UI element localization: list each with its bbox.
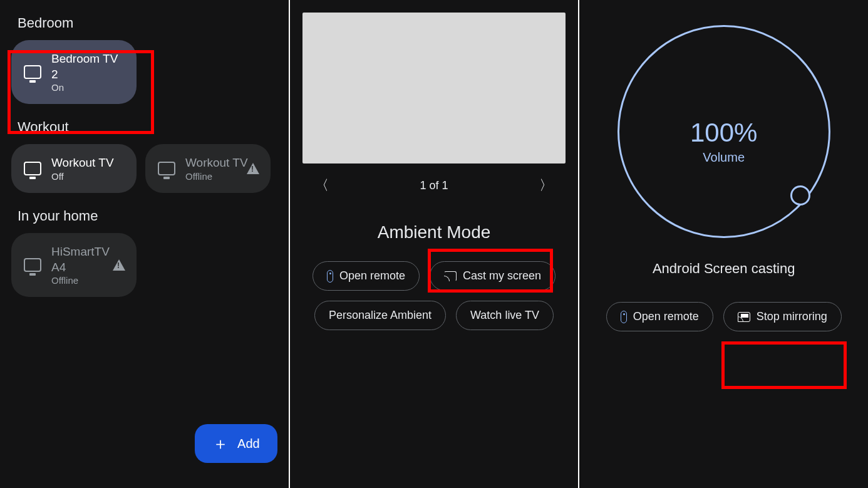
cast-active-icon xyxy=(738,312,750,322)
tv-icon xyxy=(158,162,175,175)
warning-icon xyxy=(113,259,125,271)
device-bedroom-tv-2[interactable]: Bedroom TV 2 On xyxy=(11,40,137,104)
device-workout-tv[interactable]: Workout TV Off xyxy=(11,144,137,193)
section-workout-title: Workout xyxy=(0,104,289,144)
volume-dial[interactable]: 100% Volume xyxy=(617,25,830,238)
preview-area xyxy=(302,13,566,164)
tv-icon xyxy=(24,258,41,272)
stop-mirroring-label: Stop mirroring xyxy=(757,310,827,323)
device-status: Offline xyxy=(185,171,248,182)
section-home-title: In your home xyxy=(0,193,289,233)
section-bedroom-title: Bedroom xyxy=(0,0,289,40)
personalize-ambient-label: Personalize Ambient xyxy=(329,309,431,322)
casting-title: Android Screen casting xyxy=(579,238,868,302)
remote-icon xyxy=(621,311,627,323)
device-status: Offline xyxy=(51,275,124,286)
warning-icon xyxy=(247,163,259,174)
stop-mirroring-button[interactable]: Stop mirroring xyxy=(723,302,842,331)
tv-icon xyxy=(24,162,41,175)
personalize-ambient-button[interactable]: Personalize Ambient xyxy=(314,301,446,330)
open-remote-button[interactable]: Open remote xyxy=(606,302,713,331)
tv-icon xyxy=(24,65,41,79)
chevron-left-icon[interactable]: 〈 xyxy=(315,176,329,195)
open-remote-label: Open remote xyxy=(633,310,699,323)
device-name: Workout TV xyxy=(185,155,248,171)
open-remote-button[interactable]: Open remote xyxy=(313,261,420,291)
fab-label: Add xyxy=(237,437,260,451)
device-name: Bedroom TV 2 xyxy=(51,51,124,82)
chevron-right-icon[interactable]: 〉 xyxy=(539,176,553,195)
device-workout-tv-offline[interactable]: Workout TV Offline xyxy=(145,144,271,193)
add-button[interactable]: ＋ Add xyxy=(195,424,277,463)
device-detail-panel: 〈 1 of 1 〉 Ambient Mode Open remote Cast… xyxy=(290,0,579,488)
remote-icon xyxy=(327,270,333,283)
watch-live-tv-button[interactable]: Watch live TV xyxy=(456,301,554,330)
open-remote-label: Open remote xyxy=(339,269,405,283)
volume-percent: 100% xyxy=(690,118,757,148)
pager-text: 1 of 1 xyxy=(420,179,448,192)
cast-my-screen-label: Cast my screen xyxy=(463,269,541,283)
cast-icon xyxy=(444,271,457,281)
volume-label: Volume xyxy=(690,150,757,165)
plus-icon: ＋ xyxy=(212,435,229,452)
highlight-stop-mirroring xyxy=(721,341,847,389)
device-hismarttv[interactable]: HiSmartTV A4 Offline xyxy=(11,233,137,297)
mode-title: Ambient Mode xyxy=(290,207,579,261)
watch-live-tv-label: Watch live TV xyxy=(470,309,539,322)
device-status: Off xyxy=(51,171,114,182)
cast-my-screen-button[interactable]: Cast my screen xyxy=(430,261,555,291)
device-status: On xyxy=(51,82,124,93)
volume-knob[interactable] xyxy=(790,185,810,205)
home-devices-panel: Bedroom Bedroom TV 2 On Workout Workout … xyxy=(0,0,289,488)
casting-panel: 100% Volume Android Screen casting Open … xyxy=(579,0,868,488)
pager: 〈 1 of 1 〉 xyxy=(290,164,579,207)
device-name: Workout TV xyxy=(51,155,114,171)
